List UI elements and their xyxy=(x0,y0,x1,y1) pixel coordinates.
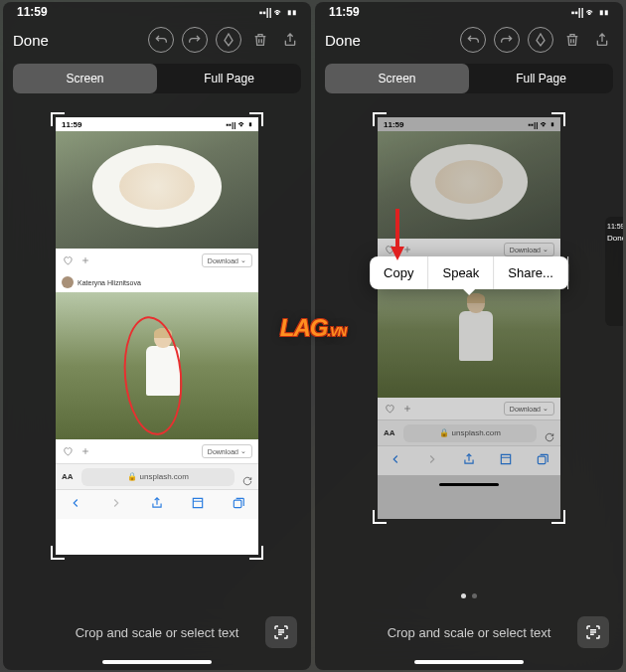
tab-screen[interactable]: Screen xyxy=(13,64,157,93)
crop-frame[interactable]: 11:59 ▪▪|| ᯤ ▮ Download⌄ xyxy=(378,117,560,519)
url-field: 🔒 unsplash.com xyxy=(81,468,235,486)
segmented-control: Screen Full Page xyxy=(325,64,613,93)
home-indicator[interactable] xyxy=(102,660,212,664)
share-icon[interactable] xyxy=(279,27,301,53)
trash-icon[interactable] xyxy=(561,27,583,53)
text-size-icon: AA xyxy=(62,472,74,481)
avatar xyxy=(62,276,74,288)
share-icon xyxy=(462,452,476,470)
tab-full-page[interactable]: Full Page xyxy=(157,64,301,93)
preview-action-row-2: Download⌄ xyxy=(56,439,258,463)
live-text-button[interactable] xyxy=(577,616,609,648)
status-time: 11:59 xyxy=(329,5,360,19)
crop-handle-bl[interactable] xyxy=(51,546,65,560)
tab-screen[interactable]: Screen xyxy=(325,64,469,93)
crop-handle-tr[interactable] xyxy=(249,112,263,126)
status-time: 11:59 xyxy=(17,5,48,19)
heart-icon xyxy=(384,403,395,415)
page-indicator xyxy=(315,593,623,598)
reload-icon xyxy=(242,472,252,482)
home-indicator[interactable] xyxy=(414,660,524,664)
undo-icon[interactable] xyxy=(148,27,174,53)
watermark: LAG.VN xyxy=(280,314,346,342)
status-bar: 11:59 ▪▪|| ᯤ ▮▮ xyxy=(315,2,623,22)
hint-text: Crop and scale or select text xyxy=(388,625,551,640)
editor-toolbar: Done xyxy=(3,22,311,58)
redo-icon[interactable] xyxy=(182,27,208,53)
crop-frame[interactable]: 11:59 ▪▪|| ᯤ ▮ Download⌄ Kateryna Hlizni… xyxy=(56,117,258,555)
preview-home-indicator xyxy=(439,483,499,486)
bookmarks-icon xyxy=(499,452,513,470)
context-share[interactable]: Share... xyxy=(494,256,568,289)
download-button: Download⌄ xyxy=(504,243,554,256)
preview-action-row: Download⌄ xyxy=(56,249,258,272)
back-icon xyxy=(69,496,82,514)
preview-status-bar: 11:59 ▪▪|| ᯤ ▮ xyxy=(378,117,560,131)
annotation-arrow-icon xyxy=(389,207,406,262)
screenshot-canvas[interactable]: 11:59 ▪▪|| ᯤ ▮ Download⌄ Kateryna Hlizni… xyxy=(3,99,311,604)
done-button[interactable]: Done xyxy=(13,32,49,49)
preview-image-child xyxy=(56,292,258,439)
url-field: 🔒 unsplash.com xyxy=(403,424,537,442)
editor-toolbar: Done xyxy=(315,22,623,58)
status-bar: 11:59 ▪▪|| ᯤ ▮▮ xyxy=(3,2,311,22)
heart-icon xyxy=(62,445,74,457)
live-text-button[interactable] xyxy=(265,616,297,648)
markup-pen-icon[interactable] xyxy=(528,27,553,53)
back-icon xyxy=(389,452,402,470)
download-button: Download⌄ xyxy=(202,444,252,458)
plus-icon xyxy=(79,254,91,266)
status-indicators: ▪▪|| ᯤ ▮▮ xyxy=(259,7,297,18)
safari-address-bar: AA 🔒 unsplash.com xyxy=(56,463,258,489)
preview-image-food xyxy=(56,131,258,249)
preview-action-row-2: Download⌄ xyxy=(378,398,560,420)
crop-handle-br[interactable] xyxy=(249,546,263,560)
status-indicators: ▪▪|| ᯤ ▮▮ xyxy=(571,7,609,18)
bottom-hint-bar: Crop and scale or select text xyxy=(315,604,623,660)
screenshot-canvas[interactable]: Copy Speak Share... 11:59 ▪▪|| ᯤ ▮ xyxy=(315,99,623,593)
tabs-icon xyxy=(232,496,245,514)
reload-icon xyxy=(545,428,554,438)
screenshot-preview: 11:59 ▪▪|| ᯤ ▮ Download⌄ xyxy=(378,117,560,519)
download-button: Download⌄ xyxy=(504,402,554,416)
svg-rect-0 xyxy=(234,500,241,508)
bottom-hint-bar: Crop and scale or select text xyxy=(3,604,311,660)
forward-icon xyxy=(109,496,123,514)
phone-screenshot-editor-right: 11:59 ▪▪|| ᯤ ▮▮ Done Screen Full Page Co… xyxy=(315,2,623,670)
plus-icon xyxy=(79,445,91,457)
download-button: Download⌄ xyxy=(202,253,252,267)
svg-marker-2 xyxy=(391,247,404,260)
tabs-icon xyxy=(536,452,549,470)
undo-icon[interactable] xyxy=(460,27,486,53)
tab-full-page[interactable]: Full Page xyxy=(469,64,613,93)
redo-icon[interactable] xyxy=(494,27,520,53)
plus-icon xyxy=(401,403,413,415)
safari-address-bar: AA 🔒 unsplash.com xyxy=(378,420,560,445)
share-icon[interactable] xyxy=(591,27,613,53)
page-dot-1[interactable] xyxy=(461,593,466,598)
preview-author: Kateryna Hliznitsova xyxy=(56,272,258,292)
phone-screenshot-editor-left: 11:59 ▪▪|| ᯤ ▮▮ Done Screen Full Page 11… xyxy=(3,2,311,670)
share-icon xyxy=(150,496,164,514)
safari-toolbar xyxy=(56,489,258,519)
heart-icon xyxy=(62,254,74,266)
text-size-icon: AA xyxy=(384,428,395,437)
trash-icon[interactable] xyxy=(249,27,271,53)
svg-rect-3 xyxy=(538,456,546,464)
hint-text: Crop and scale or select text xyxy=(76,625,239,640)
preview-status-bar: 11:59 ▪▪|| ᯤ ▮ xyxy=(56,117,258,131)
bookmarks-icon xyxy=(191,496,205,514)
segmented-control: Screen Full Page xyxy=(13,64,301,93)
forward-icon xyxy=(425,452,439,470)
safari-toolbar xyxy=(378,445,560,475)
markup-pen-icon[interactable] xyxy=(216,27,241,53)
crop-handle-tl[interactable] xyxy=(51,112,65,126)
screenshot-preview: 11:59 ▪▪|| ᯤ ▮ Download⌄ Kateryna Hlizni… xyxy=(56,117,258,555)
context-speak[interactable]: Speak xyxy=(428,256,494,289)
page-dot-2[interactable] xyxy=(472,593,477,598)
adjacent-screenshot-preview[interactable]: 11:59 Done xyxy=(605,217,623,326)
done-button[interactable]: Done xyxy=(325,32,361,49)
